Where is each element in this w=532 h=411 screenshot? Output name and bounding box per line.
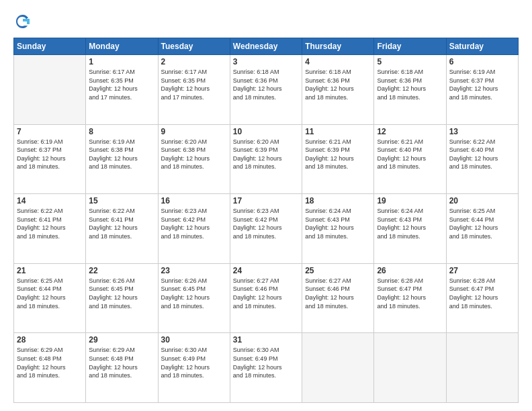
logo-icon bbox=[13, 12, 32, 31]
day-number: 14 bbox=[17, 196, 83, 205]
day-number: 19 bbox=[377, 196, 443, 205]
day-info: Sunrise: 6:29 AM Sunset: 6:48 PM Dayligh… bbox=[89, 346, 154, 379]
calendar-day-cell bbox=[14, 55, 86, 125]
day-info: Sunrise: 6:20 AM Sunset: 6:38 PM Dayligh… bbox=[161, 138, 227, 171]
calendar-day-cell: 3Sunrise: 6:18 AM Sunset: 6:36 PM Daylig… bbox=[230, 55, 302, 125]
day-number: 24 bbox=[233, 266, 299, 275]
calendar-day-cell: 7Sunrise: 6:19 AM Sunset: 6:37 PM Daylig… bbox=[14, 124, 86, 194]
day-info: Sunrise: 6:24 AM Sunset: 6:43 PM Dayligh… bbox=[377, 207, 443, 240]
day-info: Sunrise: 6:28 AM Sunset: 6:47 PM Dayligh… bbox=[449, 277, 515, 310]
day-number: 3 bbox=[233, 57, 299, 66]
day-info: Sunrise: 6:19 AM Sunset: 6:37 PM Dayligh… bbox=[17, 138, 83, 171]
calendar-day-cell bbox=[446, 333, 518, 403]
day-number: 23 bbox=[161, 266, 227, 275]
day-info: Sunrise: 6:21 AM Sunset: 6:40 PM Dayligh… bbox=[377, 138, 443, 171]
day-info: Sunrise: 6:19 AM Sunset: 6:37 PM Dayligh… bbox=[449, 68, 515, 101]
day-number: 7 bbox=[17, 127, 83, 136]
day-info: Sunrise: 6:26 AM Sunset: 6:45 PM Dayligh… bbox=[161, 277, 227, 310]
calendar-day-cell: 4Sunrise: 6:18 AM Sunset: 6:36 PM Daylig… bbox=[302, 55, 374, 125]
day-number: 22 bbox=[89, 266, 154, 275]
calendar-header-row: SundayMondayTuesdayWednesdayThursdayFrid… bbox=[14, 38, 519, 55]
day-number: 9 bbox=[161, 127, 227, 136]
day-info: Sunrise: 6:22 AM Sunset: 6:41 PM Dayligh… bbox=[89, 207, 154, 240]
calendar-week-row: 28Sunrise: 6:29 AM Sunset: 6:48 PM Dayli… bbox=[14, 333, 519, 403]
day-info: Sunrise: 6:21 AM Sunset: 6:39 PM Dayligh… bbox=[305, 138, 371, 171]
day-info: Sunrise: 6:18 AM Sunset: 6:36 PM Dayligh… bbox=[377, 68, 443, 101]
day-info: Sunrise: 6:18 AM Sunset: 6:36 PM Dayligh… bbox=[233, 68, 299, 101]
calendar-day-header: Saturday bbox=[446, 38, 518, 55]
day-number: 8 bbox=[89, 127, 154, 136]
calendar-day-cell: 28Sunrise: 6:29 AM Sunset: 6:48 PM Dayli… bbox=[14, 333, 86, 403]
calendar-day-cell: 5Sunrise: 6:18 AM Sunset: 6:36 PM Daylig… bbox=[374, 55, 446, 125]
calendar-day-cell: 16Sunrise: 6:23 AM Sunset: 6:42 PM Dayli… bbox=[158, 194, 230, 264]
calendar-day-cell: 29Sunrise: 6:29 AM Sunset: 6:48 PM Dayli… bbox=[86, 333, 158, 403]
day-number: 11 bbox=[305, 127, 371, 136]
calendar-day-cell: 9Sunrise: 6:20 AM Sunset: 6:38 PM Daylig… bbox=[158, 124, 230, 194]
calendar-day-cell: 31Sunrise: 6:30 AM Sunset: 6:49 PM Dayli… bbox=[230, 333, 302, 403]
calendar-day-cell: 17Sunrise: 6:23 AM Sunset: 6:42 PM Dayli… bbox=[230, 194, 302, 264]
calendar-day-cell: 14Sunrise: 6:22 AM Sunset: 6:41 PM Dayli… bbox=[14, 194, 86, 264]
calendar-day-cell: 22Sunrise: 6:26 AM Sunset: 6:45 PM Dayli… bbox=[86, 263, 158, 333]
day-number: 12 bbox=[377, 127, 443, 136]
day-info: Sunrise: 6:26 AM Sunset: 6:45 PM Dayligh… bbox=[89, 277, 154, 310]
day-number: 21 bbox=[17, 266, 83, 275]
calendar-table: SundayMondayTuesdayWednesdayThursdayFrid… bbox=[13, 38, 519, 403]
calendar-day-header: Sunday bbox=[14, 38, 86, 55]
calendar-day-cell: 23Sunrise: 6:26 AM Sunset: 6:45 PM Dayli… bbox=[158, 263, 230, 333]
day-number: 4 bbox=[305, 57, 371, 66]
day-info: Sunrise: 6:27 AM Sunset: 6:46 PM Dayligh… bbox=[305, 277, 371, 310]
calendar-day-cell: 10Sunrise: 6:20 AM Sunset: 6:39 PM Dayli… bbox=[230, 124, 302, 194]
day-info: Sunrise: 6:24 AM Sunset: 6:43 PM Dayligh… bbox=[305, 207, 371, 240]
calendar-day-cell bbox=[374, 333, 446, 403]
day-number: 5 bbox=[377, 57, 443, 66]
day-info: Sunrise: 6:23 AM Sunset: 6:42 PM Dayligh… bbox=[161, 207, 227, 240]
day-number: 2 bbox=[161, 57, 227, 66]
calendar-week-row: 1Sunrise: 6:17 AM Sunset: 6:35 PM Daylig… bbox=[14, 55, 519, 125]
calendar-day-cell: 13Sunrise: 6:22 AM Sunset: 6:40 PM Dayli… bbox=[446, 124, 518, 194]
day-number: 31 bbox=[233, 335, 299, 345]
calendar-day-cell: 30Sunrise: 6:30 AM Sunset: 6:49 PM Dayli… bbox=[158, 333, 230, 403]
day-number: 16 bbox=[161, 196, 227, 205]
day-number: 10 bbox=[233, 127, 299, 136]
day-number: 18 bbox=[305, 196, 371, 205]
calendar-day-cell: 24Sunrise: 6:27 AM Sunset: 6:46 PM Dayli… bbox=[230, 263, 302, 333]
calendar-day-cell: 27Sunrise: 6:28 AM Sunset: 6:47 PM Dayli… bbox=[446, 263, 518, 333]
day-info: Sunrise: 6:27 AM Sunset: 6:46 PM Dayligh… bbox=[233, 277, 299, 310]
day-info: Sunrise: 6:18 AM Sunset: 6:36 PM Dayligh… bbox=[305, 68, 371, 101]
day-number: 6 bbox=[449, 57, 515, 66]
calendar-day-cell: 6Sunrise: 6:19 AM Sunset: 6:37 PM Daylig… bbox=[446, 55, 518, 125]
calendar-day-cell: 26Sunrise: 6:28 AM Sunset: 6:47 PM Dayli… bbox=[374, 263, 446, 333]
calendar-day-cell: 2Sunrise: 6:17 AM Sunset: 6:35 PM Daylig… bbox=[158, 55, 230, 125]
page: SundayMondayTuesdayWednesdayThursdayFrid… bbox=[0, 0, 532, 411]
calendar-day-cell: 8Sunrise: 6:19 AM Sunset: 6:38 PM Daylig… bbox=[86, 124, 158, 194]
day-info: Sunrise: 6:25 AM Sunset: 6:44 PM Dayligh… bbox=[449, 207, 515, 240]
calendar-day-cell: 18Sunrise: 6:24 AM Sunset: 6:43 PM Dayli… bbox=[302, 194, 374, 264]
day-info: Sunrise: 6:25 AM Sunset: 6:44 PM Dayligh… bbox=[17, 277, 83, 310]
day-number: 30 bbox=[161, 335, 227, 345]
day-number: 17 bbox=[233, 196, 299, 205]
day-number: 28 bbox=[17, 335, 83, 345]
day-info: Sunrise: 6:20 AM Sunset: 6:39 PM Dayligh… bbox=[233, 138, 299, 171]
header bbox=[13, 12, 519, 31]
day-number: 1 bbox=[89, 57, 154, 66]
day-number: 15 bbox=[89, 196, 154, 205]
day-number: 13 bbox=[449, 127, 515, 136]
day-number: 20 bbox=[449, 196, 515, 205]
day-info: Sunrise: 6:30 AM Sunset: 6:49 PM Dayligh… bbox=[233, 346, 299, 379]
calendar-week-row: 21Sunrise: 6:25 AM Sunset: 6:44 PM Dayli… bbox=[14, 263, 519, 333]
day-info: Sunrise: 6:30 AM Sunset: 6:49 PM Dayligh… bbox=[161, 346, 227, 379]
calendar-day-cell: 19Sunrise: 6:24 AM Sunset: 6:43 PM Dayli… bbox=[374, 194, 446, 264]
day-info: Sunrise: 6:22 AM Sunset: 6:41 PM Dayligh… bbox=[17, 207, 83, 240]
day-info: Sunrise: 6:29 AM Sunset: 6:48 PM Dayligh… bbox=[17, 346, 83, 379]
day-number: 25 bbox=[305, 266, 371, 275]
calendar-day-cell: 1Sunrise: 6:17 AM Sunset: 6:35 PM Daylig… bbox=[86, 55, 158, 125]
calendar-day-header: Thursday bbox=[302, 38, 374, 55]
calendar-week-row: 7Sunrise: 6:19 AM Sunset: 6:37 PM Daylig… bbox=[14, 124, 519, 194]
calendar-day-header: Monday bbox=[86, 38, 158, 55]
day-info: Sunrise: 6:17 AM Sunset: 6:35 PM Dayligh… bbox=[89, 68, 154, 101]
logo bbox=[13, 12, 35, 31]
day-info: Sunrise: 6:28 AM Sunset: 6:47 PM Dayligh… bbox=[377, 277, 443, 310]
calendar-day-header: Wednesday bbox=[230, 38, 302, 55]
day-info: Sunrise: 6:17 AM Sunset: 6:35 PM Dayligh… bbox=[161, 68, 227, 101]
calendar-day-cell: 25Sunrise: 6:27 AM Sunset: 6:46 PM Dayli… bbox=[302, 263, 374, 333]
